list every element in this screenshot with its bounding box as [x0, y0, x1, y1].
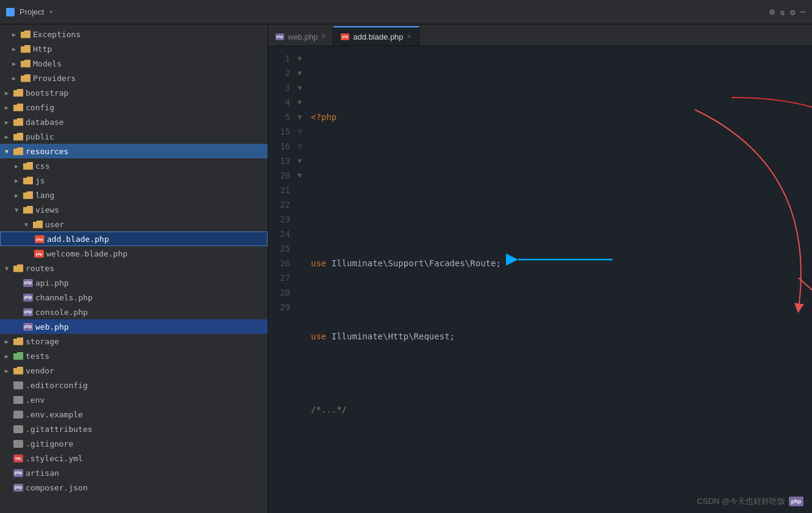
editor-area: php web.php × php add.blade.php × 1 2 3 — [268, 24, 812, 513]
blade-tab-icon: php — [341, 34, 349, 40]
sidebar-item-tests[interactable]: ▶ tests — [0, 348, 268, 363]
sidebar-item-label: lang — [35, 191, 54, 200]
generic-icon — [13, 381, 23, 389]
sidebar-item-http[interactable]: ▶ Http — [0, 41, 268, 56]
project-dropdown-arrow[interactable]: ▾ — [49, 8, 53, 16]
folder-icon — [13, 133, 23, 141]
sidebar-item-artisan[interactable]: php artisan — [0, 465, 268, 480]
sidebar-item-label: database — [26, 118, 64, 127]
sidebar-item-label: add.blade.php — [47, 235, 109, 244]
code-line-2 — [311, 183, 800, 197]
sidebar-item-add-blade-php[interactable]: php add.blade.php — [0, 232, 268, 246]
top-action-locate[interactable]: ⊕ — [769, 6, 775, 18]
sidebar-item-welcome-blade-php[interactable]: php welcome.blade.php — [0, 246, 268, 261]
top-action-settings[interactable]: ⚙ — [790, 7, 795, 17]
yml-icon: YML — [13, 455, 23, 462]
sidebar-item-label: user — [45, 220, 64, 229]
sidebar-item-label: Providers — [33, 74, 76, 83]
sidebar-item-label: routes — [26, 264, 54, 273]
sidebar-item-label: .env — [26, 395, 45, 405]
tab-close-blade[interactable]: × — [407, 32, 411, 41]
top-bar: Project ▾ ⊕ ⇅ ⚙ − — [0, 0, 812, 24]
sidebar-item-channels-php[interactable]: php channels.php — [0, 290, 268, 305]
folder-icon — [13, 89, 23, 97]
php-tab-icon: php — [276, 34, 284, 40]
arrow-icon: ▶ — [12, 31, 20, 38]
tab-close-web[interactable]: × — [321, 32, 326, 41]
sidebar-item-views[interactable]: ▼ views — [0, 202, 268, 217]
sidebar-item-database[interactable]: ▶ database — [0, 115, 268, 129]
sidebar-item-editorconfig[interactable]: .editorconfig — [0, 378, 268, 392]
sidebar-item-label: resources — [26, 147, 68, 156]
folder-icon — [21, 74, 30, 82]
code-lines[interactable]: <?php use Illuminate\Support\Facades\Rou… — [308, 46, 812, 513]
top-action-minimize[interactable]: − — [800, 6, 806, 18]
sidebar-item-providers[interactable]: ▶ Providers — [0, 71, 268, 85]
code-line-1: <?php — [311, 110, 800, 124]
project-label: Project — [20, 7, 44, 16]
sidebar-item-label: config — [26, 103, 54, 112]
php-icon: php — [13, 484, 23, 492]
sidebar-item-composer-json[interactable]: php composer.json — [0, 480, 268, 495]
sidebar-item-styleci-yml[interactable]: YML .styleci.yml — [0, 451, 268, 465]
tab-label: web.php — [288, 32, 318, 41]
sidebar-item-config[interactable]: ▶ config — [0, 100, 268, 115]
folder-icon-green — [13, 352, 23, 360]
sidebar-item-vendor[interactable]: ▶ vendor — [0, 363, 268, 378]
arrow-icon: ▶ — [15, 192, 22, 199]
sidebar-item-label: Models — [33, 59, 62, 68]
sidebar-item-env[interactable]: .env — [0, 392, 268, 407]
sidebar-item-gitignore[interactable]: .gitignore — [0, 436, 268, 451]
tab-add-blade-php[interactable]: php add.blade.php × — [333, 26, 419, 46]
sidebar-item-web-php[interactable]: php web.php — [0, 319, 268, 334]
code-editor[interactable]: 1 2 3 4 5 15 16 19 20 21 22 23 24 25 26 … — [268, 46, 812, 513]
sidebar-item-routes[interactable]: ▼ routes — [0, 261, 268, 275]
tab-web-php[interactable]: php web.php × — [268, 27, 333, 46]
folder-icon — [21, 60, 30, 68]
sidebar-item-models[interactable]: ▶ Models — [0, 56, 268, 71]
sidebar-item-label: storage — [26, 337, 59, 346]
sidebar-item-resources[interactable]: ▼ resources — [0, 144, 268, 158]
line-numbers: 1 2 3 4 5 15 16 19 20 21 22 23 24 25 26 … — [268, 46, 297, 513]
sidebar-item-lang[interactable]: ▶ lang — [0, 188, 268, 202]
blade-icon: php — [34, 250, 44, 258]
arrow-icon: ▶ — [5, 338, 12, 345]
sidebar-item-console-php[interactable]: php console.php — [0, 305, 268, 319]
sidebar-item-env-example[interactable]: .env.example — [0, 407, 268, 422]
sidebar-item-gitattributes[interactable]: .gitattributes — [0, 422, 268, 436]
php-watermark-icon: php — [789, 497, 803, 506]
sidebar-item-exceptions[interactable]: ▶ Exceptions — [0, 27, 268, 41]
blade-icon: php — [35, 235, 45, 243]
folder-icon — [23, 206, 33, 214]
tab-label: add.blade.php — [353, 32, 403, 41]
sidebar-item-storage[interactable]: ▶ storage — [0, 334, 268, 348]
sidebar-item-label: console.php — [35, 308, 88, 317]
folder-icon — [13, 264, 23, 272]
sidebar-item-public[interactable]: ▶ public — [0, 129, 268, 144]
folder-icon — [33, 221, 43, 228]
php-icon: php — [23, 308, 33, 316]
sidebar-item-user[interactable]: ▼ user — [0, 217, 268, 232]
arrow-icon: ▶ — [12, 75, 20, 82]
sidebar-item-api-php[interactable]: php api.php — [0, 275, 268, 290]
sidebar-item-label: tests — [26, 352, 49, 361]
sidebar-item-css[interactable]: ▶ css — [0, 158, 268, 173]
folder-icon — [23, 191, 33, 199]
code-line-5: /*...*/ — [311, 402, 800, 417]
folder-icon — [21, 30, 30, 38]
sidebar-item-label: composer.json — [26, 483, 88, 492]
sidebar-item-label: Exceptions — [33, 30, 80, 39]
sidebar: ▶ Exceptions ▶ Http ▶ Models ▶ Providers — [0, 24, 268, 513]
sidebar-item-js[interactable]: ▶ js — [0, 173, 268, 188]
arrow-icon: ▶ — [15, 177, 22, 184]
folder-icon — [13, 367, 23, 375]
php-icon: php — [13, 469, 23, 477]
sidebar-item-bootstrap[interactable]: ▶ bootstrap — [0, 85, 268, 100]
arrow-icon: ▼ — [5, 265, 12, 272]
arrow-icon: ▼ — [24, 221, 32, 228]
folder-icon — [21, 45, 30, 53]
app-container: Project ▾ ⊕ ⇅ ⚙ − ▶ Exceptions ▶ Http ▶ — [0, 0, 812, 513]
sidebar-item-label: .styleci.yml — [26, 454, 83, 463]
sidebar-item-label: bootstrap — [26, 88, 68, 97]
top-action-collapse[interactable]: ⇅ — [780, 7, 785, 17]
